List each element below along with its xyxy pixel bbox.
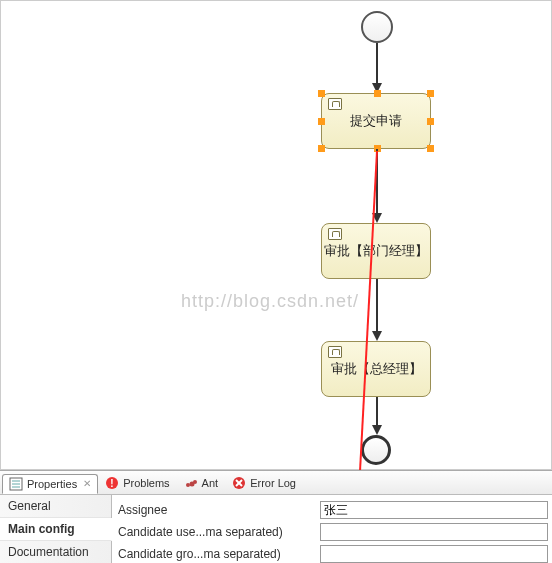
- end-event-node[interactable]: [361, 435, 391, 465]
- properties-panel: Properties ✕ ! Problems Ant Error Log Ge…: [0, 470, 552, 563]
- assignee-row: Assignee: [116, 499, 548, 521]
- tab-label: Problems: [123, 477, 169, 489]
- properties-icon: [9, 477, 23, 491]
- svg-point-7: [186, 483, 190, 487]
- candidate-groups-label: Candidate gro...ma separated): [116, 547, 320, 561]
- side-tab-main-config[interactable]: Main config: [0, 518, 112, 541]
- candidate-groups-input[interactable]: [320, 545, 548, 563]
- side-tab-label: Main config: [8, 522, 75, 536]
- resize-handle[interactable]: [318, 90, 325, 97]
- panel-body: General Main config Documentation Assign…: [0, 495, 552, 563]
- resize-handle[interactable]: [427, 118, 434, 125]
- watermark-text: http://blog.csdn.net/: [181, 291, 359, 312]
- close-icon[interactable]: ✕: [83, 478, 91, 489]
- resize-handle[interactable]: [427, 145, 434, 152]
- property-categories: General Main config Documentation: [0, 495, 112, 563]
- resize-handle[interactable]: [318, 145, 325, 152]
- user-icon: [328, 346, 342, 358]
- user-icon: [328, 228, 342, 240]
- tab-label: Error Log: [250, 477, 296, 489]
- problems-icon: !: [105, 476, 119, 490]
- diagram-canvas[interactable]: 提交申请 审批【部门经理】 审批【总经理】 http://blog.csdn.n…: [0, 0, 552, 470]
- candidate-users-row: Candidate use...ma separated): [116, 521, 548, 543]
- ant-icon: [184, 476, 198, 490]
- resize-handle[interactable]: [318, 118, 325, 125]
- user-task-dept-manager[interactable]: 审批【部门经理】: [321, 223, 431, 279]
- side-tab-label: General: [8, 499, 51, 513]
- task-label: 提交申请: [350, 112, 402, 130]
- user-task-submit[interactable]: 提交申请: [321, 93, 431, 149]
- candidate-users-label: Candidate use...ma separated): [116, 525, 320, 539]
- user-task-general-manager[interactable]: 审批【总经理】: [321, 341, 431, 397]
- annotation-arrow: [1, 1, 552, 521]
- view-tabs: Properties ✕ ! Problems Ant Error Log: [0, 471, 552, 495]
- tab-ant[interactable]: Ant: [177, 473, 226, 493]
- tab-problems[interactable]: ! Problems: [98, 473, 176, 493]
- side-tab-general[interactable]: General: [0, 495, 111, 518]
- assignee-label: Assignee: [116, 503, 320, 517]
- start-event-node[interactable]: [361, 11, 393, 43]
- form-area: Assignee Candidate use...ma separated) C…: [112, 495, 552, 563]
- resize-handle[interactable]: [374, 90, 381, 97]
- task-label: 审批【总经理】: [331, 360, 422, 378]
- tab-error-log[interactable]: Error Log: [225, 473, 303, 493]
- assignee-input[interactable]: [320, 501, 548, 519]
- resize-handle[interactable]: [427, 90, 434, 97]
- task-label: 审批【部门经理】: [324, 242, 428, 260]
- tab-properties[interactable]: Properties ✕: [2, 474, 98, 494]
- side-tab-documentation[interactable]: Documentation: [0, 541, 111, 563]
- candidate-users-input[interactable]: [320, 523, 548, 541]
- tab-label: Properties: [27, 478, 77, 490]
- candidate-groups-row: Candidate gro...ma separated): [116, 543, 548, 563]
- user-icon: [328, 98, 342, 110]
- svg-point-9: [193, 480, 197, 484]
- error-log-icon: [232, 476, 246, 490]
- side-tab-label: Documentation: [8, 545, 89, 559]
- svg-text:!: !: [110, 478, 113, 489]
- tab-label: Ant: [202, 477, 219, 489]
